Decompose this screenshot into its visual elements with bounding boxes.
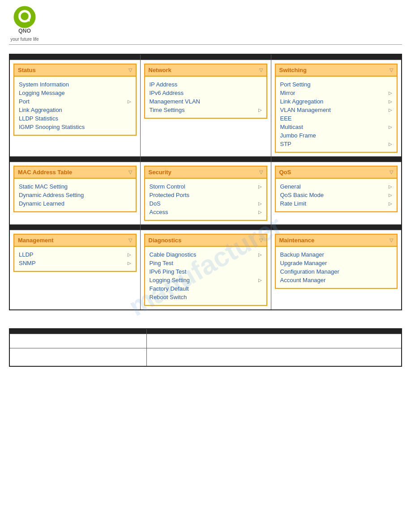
link-general[interactable]: General ▷ xyxy=(280,182,393,191)
maintenance-arrow: ▽ xyxy=(390,237,393,243)
nav-table: Status ▽ System Information Logging Mess… xyxy=(9,54,402,310)
link-rate-limit[interactable]: Rate Limit ▷ xyxy=(280,199,393,208)
header: QNO your future life xyxy=(0,0,411,44)
link-factory-default[interactable]: Factory Default xyxy=(150,284,262,293)
cable-diag-arrow-icon: ▷ xyxy=(258,252,262,257)
network-cell: Network ▽ IP Address IPv6 Address Manage… xyxy=(140,60,271,156)
status-card-body: System Information Logging Message Port … xyxy=(14,77,136,135)
svg-text:QNO: QNO xyxy=(18,28,31,34)
link-igmp-snooping-statistics[interactable]: IGMP Snooping Statistics xyxy=(19,123,131,131)
link-vlan-management[interactable]: VLAN Management ▷ xyxy=(280,106,393,114)
diagnostics-cell: Diagnostics ▽ Cable Diagnostics ▷ Ping T… xyxy=(140,230,271,310)
security-arrow: ▽ xyxy=(259,169,263,175)
switching-card-body: Port Setting Mirror ▷ Link Aggregation ▷… xyxy=(276,77,397,152)
link-dynamic-address-setting[interactable]: Dynamic Address Setting xyxy=(19,191,131,199)
maintenance-title: Maintenance xyxy=(279,237,315,244)
switching-cell: Switching ▽ Port Setting Mirror ▷ Link A… xyxy=(271,60,402,156)
time-settings-arrow-icon: ▷ xyxy=(258,107,262,112)
link-cable-diagnostics[interactable]: Cable Diagnostics ▷ xyxy=(150,250,262,259)
mirror-arrow-icon: ▷ xyxy=(389,90,392,95)
network-arrow: ▽ xyxy=(259,67,263,73)
link-static-mac-setting[interactable]: Static MAC Setting xyxy=(19,182,131,191)
link-ipv6-ping-test[interactable]: IPv6 Ping Test xyxy=(150,267,262,276)
link-dynamic-learned[interactable]: Dynamic Learned xyxy=(19,199,131,208)
link-configuration-manager[interactable]: Configuration Manager xyxy=(280,267,393,276)
logging-setting-arrow-icon: ▷ xyxy=(258,278,262,283)
snmp-arrow-icon: ▷ xyxy=(128,261,131,266)
link-management-vlan[interactable]: Management VLAN xyxy=(150,97,262,106)
link-lldp[interactable]: LLDP ▷ xyxy=(19,250,131,259)
link-stp[interactable]: STP ▷ xyxy=(280,140,393,148)
security-title: Security xyxy=(149,169,171,176)
link-upgrade-manager[interactable]: Upgrade Manager xyxy=(280,259,393,267)
link-access[interactable]: Access ▷ xyxy=(150,208,262,216)
general-arrow-icon: ▷ xyxy=(389,184,392,189)
link-protected-ports[interactable]: Protected Ports xyxy=(150,191,262,199)
link-eee[interactable]: EEE xyxy=(280,114,393,123)
status-cell: Status ▽ System Information Logging Mess… xyxy=(9,60,140,156)
switching-card: Switching ▽ Port Setting Mirror ▷ Link A… xyxy=(275,64,398,153)
storm-control-arrow-icon: ▷ xyxy=(258,184,262,189)
header-divider xyxy=(9,44,402,45)
security-card-header: Security ▽ xyxy=(145,167,266,179)
link-time-settings[interactable]: Time Settings ▷ xyxy=(150,106,262,114)
logo: QNO your future life xyxy=(9,4,40,42)
link-snmp[interactable]: SNMP ▷ xyxy=(19,259,131,267)
management-cell: Management ▽ LLDP ▷ SNMP ▷ xyxy=(9,230,140,310)
qos-card-body: General ▷ QoS Basic Mode ▷ Rate Limit ▷ xyxy=(276,179,397,211)
switching-title: Switching xyxy=(279,67,307,73)
diagnostics-card-header: Diagnostics ▽ xyxy=(145,235,266,247)
link-port-setting[interactable]: Port Setting xyxy=(280,80,393,89)
diagnostics-arrow: ▽ xyxy=(259,237,263,243)
management-title: Management xyxy=(18,237,53,244)
mac-card: MAC Address Table ▽ Static MAC Setting D… xyxy=(13,166,137,212)
lldp-arrow-icon: ▷ xyxy=(128,252,131,257)
main-content: manufacturer Status ▽ System Information xyxy=(0,49,411,371)
link-mirror[interactable]: Mirror ▷ xyxy=(280,89,393,97)
maintenance-card-body: Backup Manager Upgrade Manager Configura… xyxy=(276,247,397,288)
qos-cell: QoS ▽ General ▷ QoS Basic Mode ▷ xyxy=(271,162,402,224)
mac-title: MAC Address Table xyxy=(18,169,72,176)
nav-row-1: Status ▽ System Information Logging Mess… xyxy=(9,60,402,156)
qos-arrow: ▽ xyxy=(390,169,393,175)
bottom-header-row xyxy=(9,329,402,334)
logo-tagline: your future life xyxy=(10,37,39,42)
diagnostics-card-body: Cable Diagnostics ▷ Ping Test IPv6 Ping … xyxy=(145,247,266,305)
diagnostics-title: Diagnostics xyxy=(149,237,182,244)
access-arrow-icon: ▷ xyxy=(258,210,262,215)
link-logging-message[interactable]: Logging Message xyxy=(19,89,131,97)
link-jumbo-frame[interactable]: Jumbo Frame xyxy=(280,131,393,140)
link-account-manager[interactable]: Account Manager xyxy=(280,276,393,284)
link-reboot-switch[interactable]: Reboot Switch xyxy=(150,293,262,301)
link-link-aggregation-status[interactable]: Link Aggregation xyxy=(19,106,131,114)
link-ping-test[interactable]: Ping Test xyxy=(150,259,262,267)
security-card: Security ▽ Storm Control ▷ Protected Por… xyxy=(144,166,267,221)
link-storm-control[interactable]: Storm Control ▷ xyxy=(150,182,262,191)
link-qos-basic-mode[interactable]: QoS Basic Mode ▷ xyxy=(280,191,393,199)
network-card-body: IP Address IPv6 Address Management VLAN … xyxy=(145,77,266,118)
status-arrow: ▽ xyxy=(128,67,132,73)
link-lldp-statistics[interactable]: LLDP Statistics xyxy=(19,114,131,123)
mac-cell: MAC Address Table ▽ Static MAC Setting D… xyxy=(9,162,140,224)
link-ipv6-address[interactable]: IPv6 Address xyxy=(150,89,262,97)
link-port[interactable]: Port ▷ xyxy=(19,97,131,106)
link-dos[interactable]: DoS ▷ xyxy=(150,199,262,208)
link-multicast[interactable]: Multicast ▷ xyxy=(280,123,393,131)
link-backup-manager[interactable]: Backup Manager xyxy=(280,250,393,259)
nav-row-2: MAC Address Table ▽ Static MAC Setting D… xyxy=(9,162,402,224)
qos-card: QoS ▽ General ▷ QoS Basic Mode ▷ xyxy=(275,166,398,212)
port-arrow-icon: ▷ xyxy=(128,99,131,104)
link-link-aggregation[interactable]: Link Aggregation ▷ xyxy=(280,97,393,106)
management-card-body: LLDP ▷ SNMP ▷ xyxy=(14,247,136,271)
link-logging-setting[interactable]: Logging Setting ▷ xyxy=(150,276,262,284)
rate-limit-arrow-icon: ▷ xyxy=(389,201,392,206)
link-aggregation-arrow-icon: ▷ xyxy=(389,99,392,104)
management-arrow: ▽ xyxy=(128,237,132,243)
link-system-information[interactable]: System Information xyxy=(19,80,131,89)
dos-arrow-icon: ▷ xyxy=(258,201,262,206)
bottom-row-2 xyxy=(9,348,402,366)
link-ip-address[interactable]: IP Address xyxy=(150,80,262,89)
maintenance-card-header: Maintenance ▽ xyxy=(276,235,397,247)
section-divider-row1 xyxy=(9,54,402,60)
status-title: Status xyxy=(18,67,36,73)
